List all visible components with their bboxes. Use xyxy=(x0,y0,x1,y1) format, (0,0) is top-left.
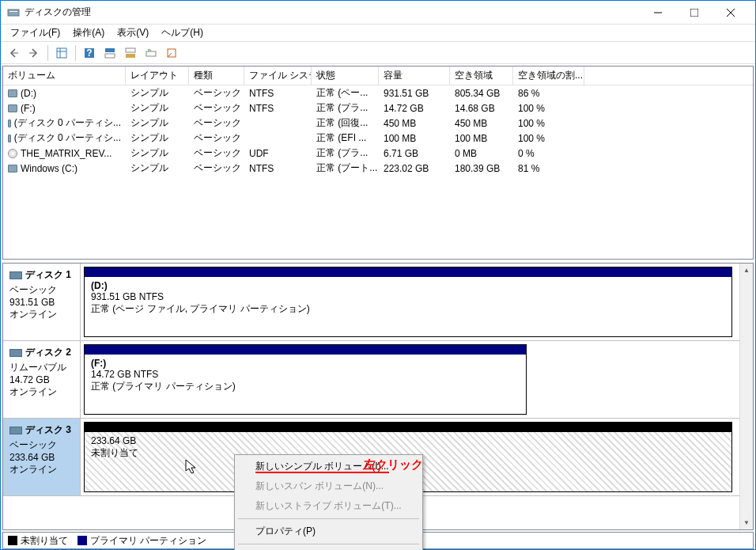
view-top-button[interactable] xyxy=(100,44,119,63)
partition[interactable]: (F:)14.72 GB NTFS正常 (プライマリ パーティション) xyxy=(84,344,527,415)
disk-row: ディスク 2リムーバブル14.72 GBオンライン(F:)14.72 GB NT… xyxy=(3,341,753,419)
volume-cell xyxy=(244,116,312,131)
maximize-button[interactable] xyxy=(676,1,713,25)
volume-row[interactable]: Windows (C:)シンプルベーシックNTFS正常 (ブート...223.0… xyxy=(3,161,753,176)
volume-cell: 450 MB xyxy=(450,116,513,131)
partition[interactable]: (D:)931.51 GB NTFS正常 (ページ ファイル, プライマリ パー… xyxy=(84,267,732,337)
column-header[interactable]: ボリューム xyxy=(3,66,126,85)
volume-cell: 86 % xyxy=(513,85,584,101)
volume-cell: 14.68 GB xyxy=(450,101,513,116)
minimize-button[interactable] xyxy=(640,1,676,25)
volume-cell: 180.39 GB xyxy=(450,161,513,176)
legend-primary: プライマリ パーティション xyxy=(77,534,206,548)
menu-file[interactable]: ファイル(F) xyxy=(4,25,66,41)
volume-cell: 100 % xyxy=(513,101,584,116)
settings-button[interactable] xyxy=(142,44,161,63)
volume-cell xyxy=(244,131,312,146)
volume-cell: 223.02 GB xyxy=(379,161,450,176)
volume-list-header: ボリュームレイアウト種類ファイル システム状態容量空き領域空き領域の割... xyxy=(3,66,753,85)
svg-rect-16 xyxy=(126,54,135,58)
volume-cell: 100 % xyxy=(513,131,584,146)
column-header[interactable]: 状態 xyxy=(312,66,379,85)
column-header[interactable]: レイアウト xyxy=(126,66,189,85)
volume-cell: (D:) xyxy=(3,85,126,101)
context-menu-separator xyxy=(238,544,419,544)
volume-cell: 正常 (プラ... xyxy=(312,146,379,161)
view-list-button[interactable] xyxy=(52,44,71,63)
volume-icon xyxy=(8,135,11,142)
back-button[interactable] xyxy=(4,44,23,63)
toolbar: ? xyxy=(1,42,755,64)
dvd-icon xyxy=(8,149,17,158)
volume-cell: 100 % xyxy=(513,116,584,131)
volume-cell: 100 MB xyxy=(450,131,513,146)
volume-cell: 14.72 GB xyxy=(379,101,450,116)
disk-info[interactable]: ディスク 3ベーシック233.64 GBオンライン xyxy=(3,419,81,495)
view-bottom-button[interactable] xyxy=(121,44,140,63)
menu-help[interactable]: ヘルプ(H) xyxy=(155,25,210,41)
context-menu-item: 新しいストライプ ボリューム(T)... xyxy=(236,496,421,516)
volume-cell: 0 MB xyxy=(450,146,513,161)
scrollbar-vertical[interactable]: ▲ ▼ xyxy=(739,264,753,529)
volume-cell: 450 MB xyxy=(379,116,450,131)
menu-view[interactable]: 表示(V) xyxy=(111,25,155,41)
volume-cell: 0 % xyxy=(513,146,584,161)
volume-row[interactable]: THE_MATRIX_REV...シンプルベーシックUDF正常 (プラ...6.… xyxy=(3,146,753,161)
context-menu-item[interactable]: 新しいシンプル ボリューム(I)... xyxy=(236,457,421,476)
context-menu-item[interactable]: プロパティ(P) xyxy=(236,522,421,541)
context-menu-item[interactable]: ヘルプ(H) xyxy=(236,547,421,550)
volume-cell: NTFS xyxy=(244,161,312,176)
volume-icon xyxy=(8,165,17,173)
volume-cell: 正常 (ブート... xyxy=(312,161,379,176)
volume-cell: (F:) xyxy=(3,101,126,116)
volume-cell: ベーシック xyxy=(189,101,244,116)
volume-row[interactable]: (ディスク 0 パーティシ...シンプルベーシック正常 (回復...450 MB… xyxy=(3,116,753,131)
svg-rect-0 xyxy=(8,9,19,16)
disk-info[interactable]: ディスク 1ベーシック931.51 GBオンライン xyxy=(3,264,81,340)
volume-icon xyxy=(8,89,17,97)
volume-cell: 正常 (プラ... xyxy=(312,101,379,116)
help-button[interactable]: ? xyxy=(80,44,99,63)
volume-cell: シンプル xyxy=(126,85,189,101)
volume-cell: THE_MATRIX_REV... xyxy=(3,146,126,161)
svg-rect-1 xyxy=(9,11,17,12)
volume-cell: 81 % xyxy=(513,161,584,176)
context-menu-separator xyxy=(238,518,419,519)
column-header[interactable]: 種類 xyxy=(189,66,244,85)
legend-unallocated: 未割り当て xyxy=(8,534,68,548)
app-icon xyxy=(7,6,20,19)
column-header[interactable]: ファイル システム xyxy=(244,66,312,85)
titlebar: ディスクの管理 xyxy=(1,1,755,25)
volume-icon xyxy=(8,104,17,112)
volume-cell: 正常 (EFI ... xyxy=(312,131,379,146)
svg-text:?: ? xyxy=(86,47,92,59)
forward-button[interactable] xyxy=(25,44,43,63)
volume-cell: 正常 (回復... xyxy=(312,116,379,131)
volume-row[interactable]: (F:)シンプルベーシックNTFS正常 (プラ...14.72 GB14.68 … xyxy=(3,101,753,116)
column-header[interactable]: 容量 xyxy=(379,66,450,85)
properties-button[interactable] xyxy=(162,44,181,63)
volume-cell: シンプル xyxy=(126,146,189,161)
volume-cell: ベーシック xyxy=(189,131,244,146)
volume-icon xyxy=(8,119,11,127)
volume-cell: ベーシック xyxy=(189,146,244,161)
menu-action[interactable]: 操作(A) xyxy=(66,25,111,41)
volume-cell: 805.34 GB xyxy=(450,85,513,101)
volume-list[interactable]: ボリュームレイアウト種類ファイル システム状態容量空き領域空き領域の割... (… xyxy=(2,66,754,260)
volume-cell: NTFS xyxy=(244,85,312,101)
disk-info[interactable]: ディスク 2リムーバブル14.72 GBオンライン xyxy=(3,341,81,418)
scroll-up-button[interactable]: ▲ xyxy=(740,264,753,277)
volume-cell: 100 MB xyxy=(379,131,450,146)
volume-cell: ベーシック xyxy=(189,85,244,101)
close-button[interactable] xyxy=(713,1,749,25)
disk-partitions: (D:)931.51 GB NTFS正常 (ページ ファイル, プライマリ パー… xyxy=(81,264,753,340)
volume-row[interactable]: (ディスク 0 パーティシ...シンプルベーシック正常 (EFI ...100 … xyxy=(3,131,753,146)
window-title: ディスクの管理 xyxy=(25,6,640,19)
column-header[interactable]: 空き領域 xyxy=(450,66,513,85)
menubar: ファイル(F) 操作(A) 表示(V) ヘルプ(H) xyxy=(1,25,755,42)
volume-cell: 正常 (ペー... xyxy=(312,85,379,101)
column-header[interactable]: 空き領域の割... xyxy=(513,66,584,85)
volume-cell: ベーシック xyxy=(189,116,244,131)
volume-row[interactable]: (D:)シンプルベーシックNTFS正常 (ペー...931.51 GB805.3… xyxy=(3,85,753,101)
scroll-down-button[interactable]: ▼ xyxy=(740,516,753,529)
